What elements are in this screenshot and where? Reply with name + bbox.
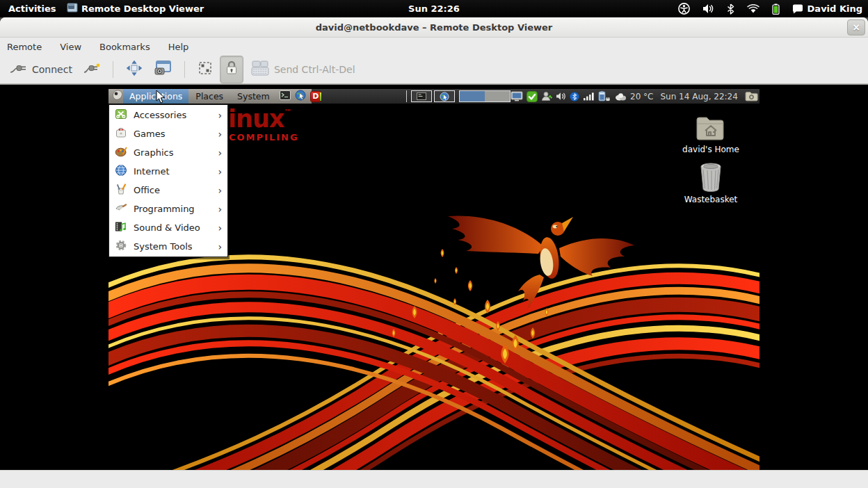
menu-remote[interactable]: Remote <box>7 42 42 52</box>
volume-tray-icon[interactable] <box>556 92 566 101</box>
panel-clock[interactable]: Sun 14 Aug, 22:24 <box>660 92 737 101</box>
wastebasket-icon <box>698 163 723 192</box>
menu-item-sound-video[interactable]: Sound & Video › <box>110 218 227 237</box>
panel-launchers: D <box>280 90 321 104</box>
desktop-icon-label: david's Home <box>682 145 739 154</box>
graphics-icon <box>115 145 127 161</box>
panel-menu-places[interactable]: Places <box>188 89 230 104</box>
remote-screen[interactable]: inux™ COMPILING david's Home <box>108 89 760 471</box>
submenu-arrow-icon: › <box>218 222 222 234</box>
games-icon <box>115 127 127 142</box>
scaling-toggle[interactable] <box>193 57 217 82</box>
wallpaper-brand-text: inux™ <box>228 107 291 131</box>
weather-tray-icon[interactable] <box>615 92 627 101</box>
keyboard-grab-toggle[interactable] <box>220 56 243 83</box>
send-ctrl-alt-del-label: Send Ctrl-Alt-Del <box>274 64 355 75</box>
desktop-icon-wastebasket[interactable]: Wastebasket <box>677 163 744 204</box>
internet-icon <box>115 164 127 179</box>
scaling-icon <box>198 60 213 79</box>
submenu-arrow-icon: › <box>218 147 222 158</box>
window-toolbar: Connect <box>0 56 868 84</box>
home-folder-icon <box>696 115 726 142</box>
window-statusbar <box>0 470 868 488</box>
window-titlebar[interactable]: david@netbookdave – Remote Desktop Viewe… <box>0 17 868 38</box>
submenu-arrow-icon: › <box>218 185 222 196</box>
toolbar-separator <box>113 61 113 78</box>
disconnect-icon <box>83 62 100 77</box>
mouse-cursor <box>156 90 166 107</box>
user-menu[interactable]: David King <box>792 3 862 14</box>
panel-system-tray: 20 °C Sun 14 Aug, 22:24 <box>511 89 760 104</box>
chat-bubble-icon <box>792 4 803 14</box>
submenu-arrow-icon: › <box>218 241 222 252</box>
connect-button[interactable]: Connect <box>6 58 77 81</box>
menu-view[interactable]: View <box>60 42 81 52</box>
shell-status-area: David King <box>678 0 862 17</box>
signal-strength-tray-icon[interactable] <box>583 92 595 101</box>
screenshot-tray-icon[interactable] <box>745 91 758 101</box>
screenshot-icon <box>154 60 172 79</box>
fullscreen-button[interactable] <box>122 56 147 83</box>
window-title: david@netbookdave – Remote Desktop Viewe… <box>316 22 553 33</box>
battery-tray-icon[interactable] <box>598 91 611 101</box>
submenu-arrow-icon: › <box>218 204 222 215</box>
lock-icon <box>225 60 239 79</box>
user-name: David King <box>807 3 862 14</box>
fullscreen-icon <box>126 60 143 79</box>
user-presence-tray-icon[interactable] <box>541 91 552 101</box>
accessibility-icon[interactable] <box>678 3 690 15</box>
window-list-button-terminal[interactable] <box>411 90 432 102</box>
accessories-icon <box>115 108 127 123</box>
remote-top-panel: Applications Places System <box>108 89 760 104</box>
screenshot-button[interactable] <box>150 56 176 83</box>
keyboard-icon <box>250 60 270 79</box>
display-settings-tray-icon[interactable] <box>511 91 523 101</box>
menu-item-system-tools[interactable]: System Tools › <box>110 237 227 256</box>
programming-icon <box>115 202 127 217</box>
workspace-1-active[interactable] <box>460 91 485 101</box>
remote-viewport[interactable]: inux™ COMPILING david's Home <box>0 84 868 487</box>
menu-help[interactable]: Help <box>168 42 189 52</box>
menu-bookmarks[interactable]: Bookmarks <box>99 42 150 52</box>
d-app-launcher-icon[interactable]: D <box>310 91 321 102</box>
battery-icon[interactable] <box>772 3 780 15</box>
menu-item-office[interactable]: Office › <box>110 181 227 200</box>
send-ctrl-alt-del-button[interactable]: Send Ctrl-Alt-Del <box>246 56 360 83</box>
distro-logo-icon[interactable] <box>111 89 123 104</box>
menu-item-graphics[interactable]: Graphics › <box>110 143 227 162</box>
workspace-switcher[interactable] <box>459 90 511 102</box>
bluetooth-tray-icon[interactable] <box>570 92 579 101</box>
sound-video-icon <box>115 220 127 236</box>
desktop-icon-home[interactable]: david's Home <box>677 115 744 154</box>
temperature-value[interactable]: 20 °C <box>630 92 653 101</box>
screen: Activities Remote Desktop Viewer Sun 22:… <box>0 0 868 488</box>
menu-item-internet[interactable]: Internet › <box>110 162 227 181</box>
remote-desktop-viewer-window: david@netbookdave – Remote Desktop Viewe… <box>0 17 868 488</box>
window-list-button-remote[interactable] <box>434 90 455 102</box>
menu-item-games[interactable]: Games › <box>110 124 227 143</box>
toolbar-separator <box>184 61 185 78</box>
menu-item-programming[interactable]: Programming › <box>110 200 227 218</box>
updates-available-tray-icon[interactable] <box>527 91 538 102</box>
terminal-launcher-icon[interactable] <box>280 90 291 103</box>
desktop-icon-label: Wastebasket <box>684 195 738 204</box>
system-tools-icon <box>115 239 127 254</box>
applications-menu-popup: Accessories › Games › Graphics › <box>108 104 228 257</box>
disconnect-button[interactable] <box>79 58 104 81</box>
panel-menu-section: Applications Places System <box>108 89 312 104</box>
wifi-icon[interactable] <box>747 4 760 14</box>
submenu-arrow-icon: › <box>218 129 222 140</box>
connect-label: Connect <box>32 64 72 75</box>
browser-launcher-icon[interactable] <box>295 90 306 104</box>
workspace-2[interactable] <box>485 91 510 101</box>
volume-icon[interactable] <box>702 3 714 14</box>
panel-menu-system[interactable]: System <box>230 89 277 104</box>
bluetooth-icon[interactable] <box>727 3 734 15</box>
submenu-arrow-icon: › <box>218 166 222 177</box>
menu-item-accessories[interactable]: Accessories › <box>110 106 227 124</box>
close-button[interactable]: × <box>847 19 865 35</box>
wallpaper-subtext: COMPILING <box>229 132 299 143</box>
window-menubar: Remote View Bookmarks Help <box>0 38 868 56</box>
shell-top-bar: Activities Remote Desktop Viewer Sun 22:… <box>0 0 868 17</box>
panel-separator <box>406 90 407 102</box>
